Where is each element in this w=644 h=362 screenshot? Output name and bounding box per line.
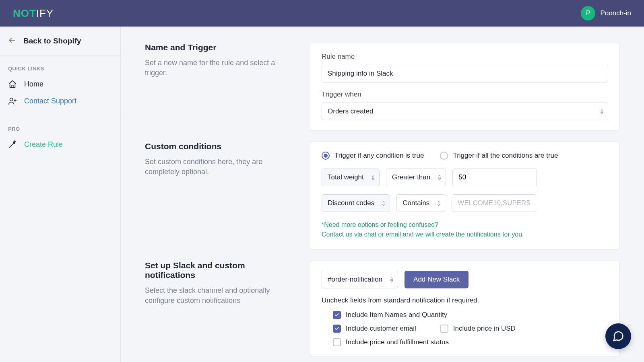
chevron-updown-icon: ▵▿ — [382, 200, 385, 206]
home-icon — [8, 80, 18, 88]
checkbox-icon — [333, 325, 341, 333]
chevron-updown-icon: ▵▿ — [438, 200, 440, 206]
checkbox-include-price-usd[interactable]: Include price in USD — [440, 325, 516, 333]
chevron-updown-icon: ▵▿ — [390, 276, 393, 283]
logo-part1: NOT — [13, 7, 36, 19]
sidebar: Back to Shopify QUICK LINKS Home Contact… — [0, 27, 121, 362]
section-title: Name and Trigger — [145, 43, 290, 52]
select-value: Total weight — [328, 173, 364, 181]
trigger-select[interactable]: Orders created ▵▿ — [322, 103, 608, 120]
condition-operator-select[interactable]: Contains ▵▿ — [396, 194, 445, 212]
rule-name-label: Rule name — [322, 53, 608, 61]
checkbox-include-email[interactable]: Include customer email — [333, 325, 416, 333]
sidebar-item-home[interactable]: Home — [0, 76, 120, 93]
user-menu[interactable]: P Poonch-in — [581, 6, 631, 21]
condition-value-input[interactable] — [452, 169, 537, 186]
username: Poonch-in — [600, 9, 631, 17]
radio-any-condition[interactable]: Trigger if any condition is true — [322, 152, 424, 160]
condition-field-select[interactable]: Discount codes ▵▿ — [322, 194, 390, 212]
section-title: Custom conditions — [145, 142, 290, 151]
checkbox-label: Include customer email — [346, 325, 416, 333]
conditions-card: Trigger if any condition is true Trigger… — [310, 142, 620, 249]
trigger-when-label: Trigger when — [322, 90, 608, 99]
select-value: Contains — [402, 199, 429, 207]
checkbox-include-items[interactable]: Include Item Names and Quantity — [333, 311, 608, 319]
chevron-updown-icon: ▵▿ — [372, 174, 374, 181]
avatar: P — [581, 6, 595, 21]
checkbox-icon — [333, 338, 341, 346]
pro-header: PRO — [0, 116, 120, 136]
back-label: Back to Shopify — [23, 37, 81, 45]
trigger-select-value: Orders created — [328, 107, 373, 115]
select-value: #order-notification — [328, 276, 382, 284]
add-new-slack-button[interactable]: Add New Slack — [405, 271, 469, 288]
name-trigger-card: Rule name Trigger when Orders created ▵▿ — [310, 43, 620, 130]
condition-value-input[interactable] — [452, 194, 536, 212]
checkbox-label: Include price and fulfillment status — [346, 338, 449, 346]
select-value: Discount codes — [328, 199, 374, 207]
wand-icon — [8, 140, 18, 149]
chevron-updown-icon: ▵▿ — [601, 108, 603, 115]
section-desc: Set a new name for the rule and select a… — [145, 58, 290, 78]
chevron-updown-icon: ▵▿ — [438, 174, 441, 181]
slack-card: #order-notification ▵▿ Add New Slack Unc… — [310, 261, 620, 356]
condition-operator-select[interactable]: Greater than ▵▿ — [386, 169, 446, 186]
sidebar-item-create-rule[interactable]: Create Rule — [0, 136, 120, 153]
radio-icon — [322, 152, 330, 160]
chat-widget-button[interactable] — [605, 323, 631, 349]
section-title: Set up Slack and custom notifications — [145, 261, 290, 280]
logo: NOTIFY — [13, 7, 54, 20]
checkbox-label: Include price in USD — [453, 325, 516, 333]
radio-label: Trigger if any condition is true — [334, 152, 424, 160]
main-content: Name and Trigger Set a new name for the … — [121, 27, 644, 362]
checkbox-icon — [333, 311, 341, 319]
chat-icon — [612, 330, 624, 342]
topbar: NOTIFY P Poonch-in — [0, 0, 644, 27]
help-text: *Need more options or feeling confused? … — [322, 220, 608, 239]
condition-field-select[interactable]: Total weight ▵▿ — [322, 169, 380, 186]
user-plus-icon — [8, 97, 18, 105]
back-to-shopify[interactable]: Back to Shopify — [0, 27, 120, 56]
sidebar-item-label: Contact Support — [24, 97, 76, 105]
radio-all-conditions[interactable]: Trigger if all the conditions are true — [440, 152, 558, 160]
sidebar-item-contact-support[interactable]: Contact Support — [0, 93, 120, 109]
checkbox-include-price-fulfillment[interactable]: Include price and fulfillment status — [333, 338, 608, 346]
radio-label: Trigger if all the conditions are true — [453, 152, 558, 160]
section-desc: Select the slack channel and optionally … — [145, 286, 290, 306]
radio-icon — [440, 152, 448, 160]
slack-channel-select[interactable]: #order-notification ▵▿ — [322, 271, 398, 288]
quick-links-header: QUICK LINKS — [0, 56, 120, 76]
uncheck-fields-label: Uncheck fields from standard notificatio… — [322, 296, 608, 304]
logo-part2: IFY — [36, 7, 54, 19]
section-desc: Set custom conditions here, they are com… — [145, 157, 290, 177]
svg-point-1 — [10, 98, 13, 101]
checkbox-label: Include Item Names and Quantity — [346, 311, 447, 319]
sidebar-item-label: Home — [24, 80, 43, 88]
sidebar-item-label: Create Rule — [24, 140, 63, 149]
checkbox-icon — [440, 325, 448, 333]
select-value: Greater than — [392, 173, 430, 181]
arrow-left-icon — [8, 36, 16, 46]
rule-name-input[interactable] — [322, 65, 608, 82]
